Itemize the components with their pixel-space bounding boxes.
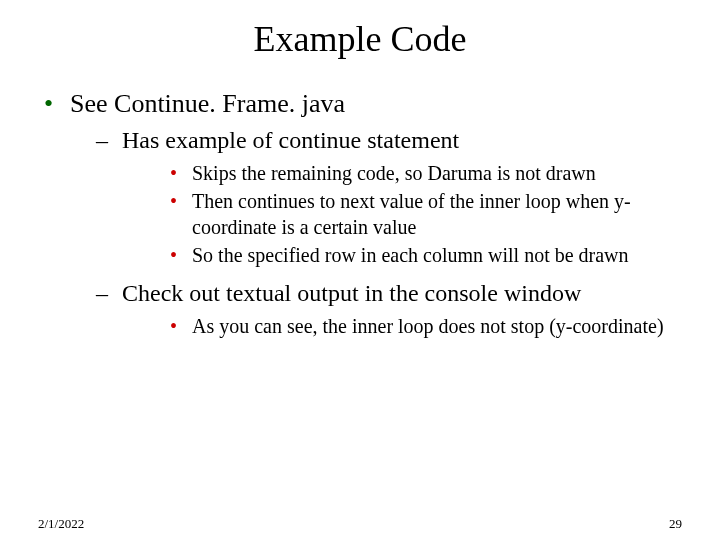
bullet-text: As you can see, the inner loop does not … (192, 315, 664, 337)
slide-content: See Continue. Frame. java Has example of… (0, 88, 720, 339)
bullet-l2-item: Check out textual output in the console … (70, 278, 682, 339)
slide-title: Example Code (0, 18, 720, 60)
bullet-l3-item: Skips the remaining code, so Daruma is n… (122, 160, 682, 186)
bullet-text: See Continue. Frame. java (70, 89, 345, 118)
bullet-text: Has example of continue statement (122, 127, 459, 153)
bullet-text: Skips the remaining code, so Daruma is n… (192, 162, 596, 184)
bullet-l1-item: See Continue. Frame. java Has example of… (38, 88, 682, 339)
footer-date: 2/1/2022 (38, 516, 84, 532)
bullet-list-level1: See Continue. Frame. java Has example of… (38, 88, 682, 339)
bullet-list-level3: As you can see, the inner loop does not … (122, 313, 682, 339)
footer-page-number: 29 (669, 516, 682, 532)
bullet-l2-item: Has example of continue statement Skips … (70, 125, 682, 268)
bullet-text: Check out textual output in the console … (122, 280, 581, 306)
bullet-l3-item: Then continues to next value of the inne… (122, 188, 682, 240)
bullet-text: So the specified row in each column will… (192, 244, 629, 266)
bullet-l3-item: As you can see, the inner loop does not … (122, 313, 682, 339)
slide: Example Code See Continue. Frame. java H… (0, 18, 720, 540)
bullet-list-level3: Skips the remaining code, so Daruma is n… (122, 160, 682, 268)
bullet-l3-item: So the specified row in each column will… (122, 242, 682, 268)
bullet-list-level2: Has example of continue statement Skips … (70, 125, 682, 339)
bullet-text: Then continues to next value of the inne… (192, 190, 631, 238)
